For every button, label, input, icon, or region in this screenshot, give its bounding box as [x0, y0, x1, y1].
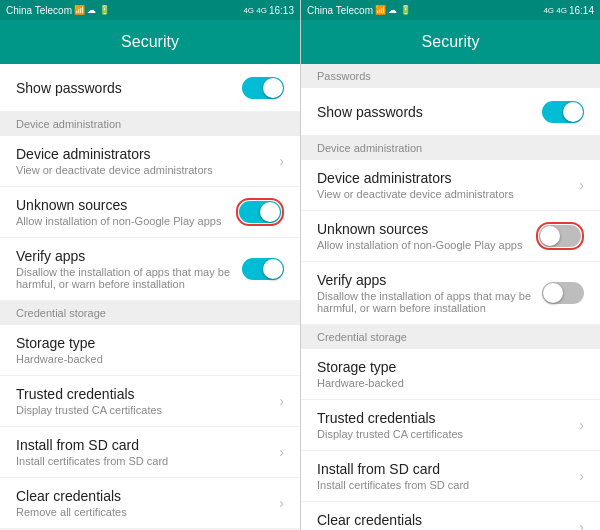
- right-clear-creds-title: Clear credentials: [317, 512, 579, 528]
- right-verify-apps-toggle[interactable]: [542, 282, 584, 304]
- left-carrier: China Telecom: [6, 5, 72, 16]
- right-unknown-sources-title: Unknown sources: [317, 221, 536, 237]
- left-install-sd-subtitle: Install certificates from SD card: [16, 455, 279, 467]
- left-trusted-creds-subtitle: Display trusted CA certificates: [16, 404, 279, 416]
- right-verify-apps-subtitle: Disallow the installation of apps that m…: [317, 290, 542, 314]
- right-status-bar: China Telecom 📶 ☁ 🔋 4G 4G 16:14: [301, 0, 600, 20]
- left-storage-type-subtitle: Hardware-backed: [16, 353, 284, 365]
- right-status-right: 4G 4G 16:14: [543, 5, 594, 16]
- right-show-passwords-toggle[interactable]: [542, 101, 584, 123]
- right-verify-apps-item[interactable]: Verify apps Disallow the installation of…: [301, 262, 600, 325]
- left-unknown-sources-subtitle: Allow installation of non-Google Play ap…: [16, 215, 236, 227]
- right-clear-creds-chevron: ›: [579, 519, 584, 530]
- right-passwords-header: Passwords: [301, 64, 600, 88]
- left-status-left: China Telecom 📶 ☁ 🔋: [6, 5, 110, 16]
- right-content: Passwords Show passwords Device administ…: [301, 64, 600, 530]
- left-unknown-sources-item[interactable]: Unknown sources Allow installation of no…: [0, 187, 300, 238]
- right-install-sd-item[interactable]: Install from SD card Install certificate…: [301, 451, 600, 502]
- left-unknown-sources-text: Unknown sources Allow installation of no…: [16, 197, 236, 227]
- right-device-admins-chevron: ›: [579, 177, 584, 193]
- left-storage-type-text: Storage type Hardware-backed: [16, 335, 284, 365]
- left-verify-apps-title: Verify apps: [16, 248, 242, 264]
- right-credential-header: Credential storage: [301, 325, 600, 349]
- right-status-icons: 📶 ☁ 🔋: [375, 5, 411, 15]
- right-storage-type-subtitle: Hardware-backed: [317, 377, 584, 389]
- left-show-passwords-toggle[interactable]: [242, 77, 284, 99]
- right-storage-type-text: Storage type Hardware-backed: [317, 359, 584, 389]
- left-storage-type-item: Storage type Hardware-backed: [0, 325, 300, 376]
- left-clear-creds-title: Clear credentials: [16, 488, 279, 504]
- right-clear-creds-item[interactable]: Clear credentials Remove all certificate…: [301, 502, 600, 530]
- right-device-admins-subtitle: View or deactivate device administrators: [317, 188, 579, 200]
- left-device-admins-title: Device administrators: [16, 146, 279, 162]
- right-clear-creds-text: Clear credentials Remove all certificate…: [317, 512, 579, 530]
- left-install-sd-text: Install from SD card Install certificate…: [16, 437, 279, 467]
- left-clear-creds-item[interactable]: Clear credentials Remove all certificate…: [0, 478, 300, 529]
- right-signal-icons: 4G 4G: [543, 6, 567, 15]
- left-trusted-creds-title: Trusted credentials: [16, 386, 279, 402]
- right-show-passwords-item[interactable]: Show passwords: [301, 88, 600, 136]
- left-show-passwords-knob: [263, 78, 283, 98]
- right-install-sd-text: Install from SD card Install certificate…: [317, 461, 579, 491]
- right-show-passwords-title: Show passwords: [317, 104, 542, 120]
- left-device-admins-subtitle: View or deactivate device administrators: [16, 164, 279, 176]
- right-show-passwords-text: Show passwords: [317, 104, 542, 120]
- left-verify-apps-toggle[interactable]: [242, 258, 284, 280]
- right-device-admins-item[interactable]: Device administrators View or deactivate…: [301, 160, 600, 211]
- right-storage-type-item: Storage type Hardware-backed: [301, 349, 600, 400]
- left-unknown-sources-title: Unknown sources: [16, 197, 236, 213]
- right-install-sd-title: Install from SD card: [317, 461, 579, 477]
- left-title-bar: Security: [0, 20, 300, 64]
- right-unknown-sources-toggle[interactable]: [539, 225, 581, 247]
- left-verify-apps-text: Verify apps Disallow the installation of…: [16, 248, 242, 290]
- right-storage-type-title: Storage type: [317, 359, 584, 375]
- right-unknown-sources-knob: [540, 226, 560, 246]
- left-unknown-sources-toggle[interactable]: [239, 201, 281, 223]
- left-verify-apps-item[interactable]: Verify apps Disallow the installation of…: [0, 238, 300, 301]
- left-unknown-sources-highlight: [236, 198, 284, 226]
- left-status-right: 4G 4G 16:13: [243, 5, 294, 16]
- left-content: Show passwords Device administration Dev…: [0, 64, 300, 530]
- right-trusted-creds-subtitle: Display trusted CA certificates: [317, 428, 579, 440]
- left-clear-creds-chevron: ›: [279, 495, 284, 511]
- left-signal-icons: 4G 4G: [243, 6, 267, 15]
- left-time: 16:13: [269, 5, 294, 16]
- right-phone-panel: China Telecom 📶 ☁ 🔋 4G 4G 16:14 Security…: [300, 0, 600, 530]
- left-show-passwords-text: Show passwords: [16, 80, 242, 96]
- right-device-admins-title: Device administrators: [317, 170, 579, 186]
- left-clear-creds-subtitle: Remove all certificates: [16, 506, 279, 518]
- right-trusted-creds-title: Trusted credentials: [317, 410, 579, 426]
- left-title: Security: [121, 33, 179, 51]
- left-unknown-sources-knob: [260, 202, 280, 222]
- left-clear-creds-text: Clear credentials Remove all certificate…: [16, 488, 279, 518]
- left-status-bar: China Telecom 📶 ☁ 🔋 4G 4G 16:13: [0, 0, 300, 20]
- left-install-sd-title: Install from SD card: [16, 437, 279, 453]
- left-show-passwords-title: Show passwords: [16, 80, 242, 96]
- right-install-sd-subtitle: Install certificates from SD card: [317, 479, 579, 491]
- left-status-icons: 📶 ☁ 🔋: [74, 5, 110, 15]
- right-carrier: China Telecom: [307, 5, 373, 16]
- right-time: 16:14: [569, 5, 594, 16]
- left-phone-panel: China Telecom 📶 ☁ 🔋 4G 4G 16:13 Security…: [0, 0, 300, 530]
- right-title: Security: [422, 33, 480, 51]
- left-verify-apps-knob: [263, 259, 283, 279]
- right-verify-apps-knob: [543, 283, 563, 303]
- left-show-passwords-item[interactable]: Show passwords: [0, 64, 300, 112]
- right-install-sd-chevron: ›: [579, 468, 584, 484]
- left-device-admins-chevron: ›: [279, 153, 284, 169]
- right-unknown-sources-subtitle: Allow installation of non-Google Play ap…: [317, 239, 536, 251]
- right-status-left: China Telecom 📶 ☁ 🔋: [307, 5, 411, 16]
- right-trusted-creds-text: Trusted credentials Display trusted CA c…: [317, 410, 579, 440]
- left-verify-apps-subtitle: Disallow the installation of apps that m…: [16, 266, 242, 290]
- right-device-admins-text: Device administrators View or deactivate…: [317, 170, 579, 200]
- left-credential-header: Credential storage: [0, 301, 300, 325]
- left-install-sd-item[interactable]: Install from SD card Install certificate…: [0, 427, 300, 478]
- left-trusted-creds-chevron: ›: [279, 393, 284, 409]
- right-unknown-sources-item[interactable]: Unknown sources Allow installation of no…: [301, 211, 600, 262]
- right-title-bar: Security: [301, 20, 600, 64]
- left-device-admins-item[interactable]: Device administrators View or deactivate…: [0, 136, 300, 187]
- left-trusted-creds-item[interactable]: Trusted credentials Display trusted CA c…: [0, 376, 300, 427]
- right-unknown-sources-highlight: [536, 222, 584, 250]
- left-storage-type-title: Storage type: [16, 335, 284, 351]
- right-trusted-creds-item[interactable]: Trusted credentials Display trusted CA c…: [301, 400, 600, 451]
